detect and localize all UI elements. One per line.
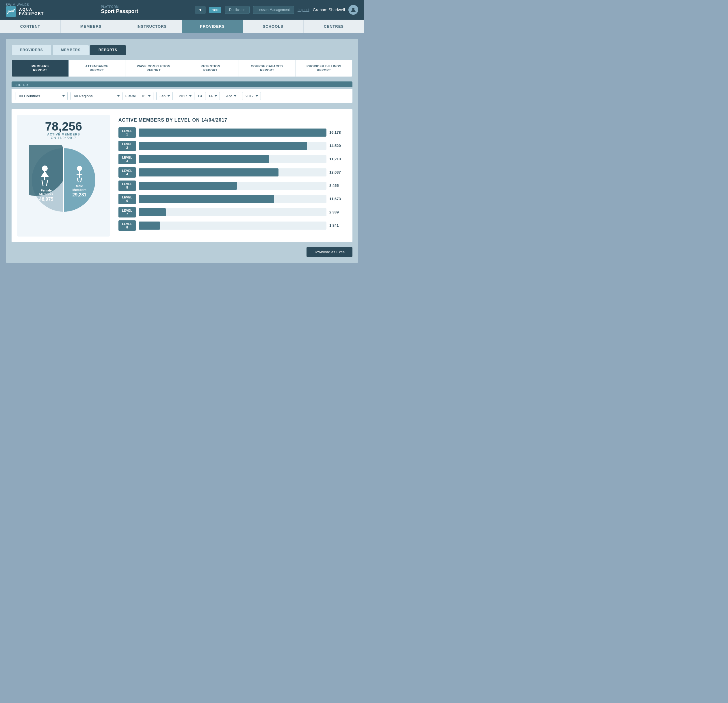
bar-fill — [139, 128, 326, 137]
lesson-management-button[interactable]: Lesson Management — [253, 6, 294, 14]
main-nav: CONTENT MEMBERS INSTRUCTORS PROVIDERS SC… — [0, 20, 364, 33]
bar-item-level-6: LEVEL 6 11,673 — [118, 194, 344, 204]
bar-value: 8,455 — [329, 183, 344, 188]
bar-item-level-1: LEVEL 1 16,178 — [118, 127, 344, 138]
nav-item-centres[interactable]: CENTRES — [303, 20, 364, 33]
org-name: SWIM WALES — [6, 3, 44, 6]
bar-item-level-7: LEVEL 7 2,339 — [118, 207, 344, 218]
report-tab-provider-billings[interactable]: PROVIDER BILLINGSREPORT — [296, 60, 352, 77]
bar-fill — [139, 222, 160, 230]
sub-tab-reports[interactable]: REPORTS — [90, 45, 126, 55]
bar-track — [139, 208, 326, 217]
download-excel-button[interactable]: Download as Excel — [306, 247, 352, 257]
pie-chart: Female Members 48,975 Male Members 29,28… — [29, 145, 98, 215]
nav-item-providers[interactable]: PROVIDERS — [182, 20, 243, 33]
bar-fill — [139, 168, 279, 176]
pie-chart-section: 78,256 ACTIVE MEMBERS ON 14/04/2017 — [17, 115, 110, 237]
bar-track — [139, 222, 326, 230]
duplicates-badge: 180 — [209, 7, 221, 13]
bar-label: LEVEL 5 — [118, 180, 136, 191]
bar-value: 16,178 — [329, 130, 344, 134]
header-actions: ▼ 180 Duplicates Lesson Management Log-o… — [195, 5, 358, 15]
to-year-select[interactable]: 2017 — [242, 92, 261, 100]
report-tab-wave-completion[interactable]: WAVE COMPLETIONREPORT — [126, 60, 182, 77]
bar-label: LEVEL 1 — [118, 127, 136, 138]
report-tab-attendance[interactable]: ATTENDANCEREPORT — [69, 60, 126, 77]
duplicates-button[interactable]: Duplicates — [225, 6, 250, 14]
nav-item-instructors[interactable]: INSTRUCTORS — [121, 20, 182, 33]
report-tab-course-capacity[interactable]: COURSE CAPACITYREPORT — [239, 60, 296, 77]
report-content: 78,256 ACTIVE MEMBERS ON 14/04/2017 — [12, 109, 352, 243]
nav-item-schools[interactable]: SCHOOLS — [243, 20, 303, 33]
svg-text:Female: Female — [41, 189, 52, 192]
logout-link[interactable]: Log-out — [298, 8, 309, 12]
platform-name: Sport Passport — [101, 9, 138, 14]
sub-tab-members[interactable]: MEMBERS — [53, 45, 89, 55]
svg-point-5 — [42, 166, 48, 171]
svg-text:Members: Members — [72, 188, 87, 192]
bar-fill — [139, 155, 269, 163]
bar-chart-section: ACTIVE MEMBERS BY LEVEL ON 14/04/2017 LE… — [116, 115, 347, 237]
filter-label: FILTER — [16, 83, 348, 87]
platform-dropdown[interactable]: ▼ — [195, 6, 206, 14]
bar-track — [139, 195, 326, 203]
header: SWIM WALES AQUA PASSPORT PLATFORM Sport … — [0, 0, 364, 20]
sub-tabs: PROVIDERS MEMBERS REPORTS — [12, 45, 352, 55]
bar-label: LEVEL 4 — [118, 167, 136, 178]
bar-track — [139, 142, 326, 150]
bar-label: LEVEL 2 — [118, 141, 136, 151]
brand-area: SWIM WALES AQUA PASSPORT — [6, 3, 44, 17]
user-name: Graham Shadwell — [313, 7, 345, 12]
to-month-select[interactable]: Apr — [223, 92, 239, 100]
active-members-label: ACTIVE MEMBERS — [47, 133, 80, 136]
from-month-select[interactable]: Jan — [156, 92, 173, 100]
from-label: FROM — [126, 94, 136, 98]
report-tab-retention[interactable]: RETENTIONREPORT — [182, 60, 239, 77]
nav-item-content[interactable]: CONTENT — [0, 20, 61, 33]
bar-value: 14,520 — [329, 144, 344, 148]
country-select[interactable]: All Countries — [16, 92, 68, 100]
download-row: Download as Excel — [12, 247, 352, 257]
bar-track — [139, 168, 326, 176]
pie-chart-svg: Female Members 48,975 Male Members 29,28… — [29, 145, 98, 215]
svg-point-1 — [352, 8, 354, 10]
bar-fill — [139, 142, 307, 150]
from-year-select[interactable]: 2017 — [176, 92, 194, 100]
bar-item-level-2: LEVEL 2 14,520 — [118, 141, 344, 151]
bar-value: 12,037 — [329, 170, 344, 175]
user-avatar — [348, 5, 358, 15]
bar-label: LEVEL 8 — [118, 220, 136, 231]
svg-point-9 — [77, 166, 82, 171]
bar-item-level-4: LEVEL 4 12,037 — [118, 167, 344, 178]
aqua-passport-logo-icon — [6, 6, 16, 17]
bar-fill — [139, 195, 274, 203]
bar-fill — [139, 182, 237, 190]
bar-chart-container: LEVEL 1 16,178 LEVEL 2 14,520 LEVEL 3 11… — [118, 127, 344, 231]
report-tab-members[interactable]: MEMBERSREPORT — [12, 60, 69, 77]
region-select[interactable]: All Regions — [71, 92, 123, 100]
bar-item-level-5: LEVEL 5 8,455 — [118, 180, 344, 191]
bar-value: 11,673 — [329, 197, 344, 201]
to-day-select[interactable]: 14 — [205, 92, 220, 100]
bar-label: LEVEL 3 — [118, 154, 136, 165]
platform-info: PLATFORM Sport Passport — [101, 5, 138, 14]
from-day-select[interactable]: 01 — [139, 92, 153, 100]
svg-text:Members: Members — [39, 192, 53, 196]
active-members-count: 78,256 — [45, 120, 82, 133]
report-tabs: MEMBERSREPORT ATTENDANCEREPORT WAVE COMP… — [12, 60, 352, 77]
platform-label: PLATFORM — [101, 5, 119, 9]
bar-item-level-3: LEVEL 3 11,213 — [118, 154, 344, 165]
bar-label: LEVEL 6 — [118, 194, 136, 204]
bar-track — [139, 128, 326, 137]
bar-track — [139, 182, 326, 190]
sub-tab-providers[interactable]: PROVIDERS — [12, 45, 51, 55]
bar-chart-title: ACTIVE MEMBERS BY LEVEL ON 14/04/2017 — [118, 118, 344, 123]
to-label: TO — [197, 94, 202, 98]
content-area: PROVIDERS MEMBERS REPORTS MEMBERSREPORT … — [6, 39, 358, 263]
bar-track — [139, 155, 326, 163]
svg-text:29,281: 29,281 — [72, 192, 87, 197]
logo-text: AQUA PASSPORT — [19, 7, 44, 16]
filter-section: FILTER — [12, 81, 352, 87]
svg-text:48,975: 48,975 — [39, 197, 53, 202]
nav-item-members[interactable]: MEMBERS — [61, 20, 121, 33]
